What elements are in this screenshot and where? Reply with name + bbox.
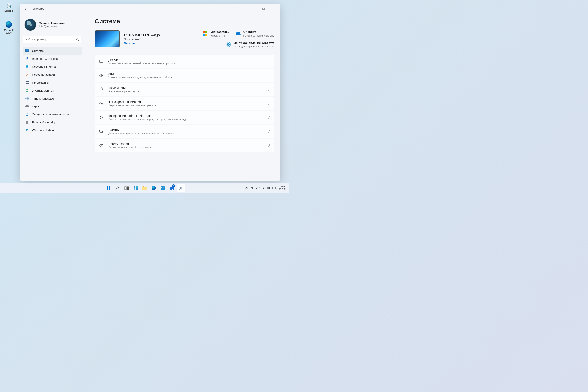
taskbar-app-mail[interactable] [158, 184, 167, 192]
clock-time: 21:57 [278, 185, 286, 188]
settings-card-focus-assist[interactable]: Фокусировка вниманияУведомления, автомат… [95, 97, 274, 110]
maximize-button[interactable] [259, 5, 268, 12]
system-tray[interactable]: ENG [246, 186, 276, 190]
taskbar-search-button[interactable] [114, 184, 122, 192]
system-icon [25, 49, 29, 53]
svg-rect-22 [136, 186, 138, 188]
card-sub: Дисковое пространство, диски, правила ко… [108, 132, 264, 135]
card-title: Уведомления [108, 86, 264, 90]
card-title: Фокусировка внимания [108, 100, 264, 104]
taskbar-app-explorer[interactable] [140, 184, 149, 192]
scrollbar[interactable] [279, 15, 280, 126]
taskbar-app-edge[interactable] [150, 184, 158, 192]
card-sub: Discoverability, received files location [108, 146, 264, 149]
sidebar-item-time-language[interactable]: Time & language [22, 94, 82, 102]
display-icon [99, 59, 104, 64]
chevron-right-icon [268, 116, 270, 119]
sidebar-item-accessibility[interactable]: Специальные возможности [22, 110, 82, 118]
titlebar[interactable]: Параметры [20, 4, 280, 14]
window-controls [249, 5, 278, 12]
taskbar-right: ENG 21:57 28.6.21 [246, 185, 289, 191]
settings-card-sound[interactable]: ЗвукУровни громкости, вывод, ввод, звуко… [95, 69, 274, 82]
sidebar-item-network[interactable]: Network & internet [22, 63, 82, 70]
sidebar-item-personalization[interactable]: Персонализация [22, 71, 82, 78]
back-button[interactable] [22, 6, 28, 12]
widgets-button[interactable] [132, 184, 140, 192]
device-info-block[interactable]: DESKTOP-ERBC4QV Surface Pro 6 Rename [95, 30, 160, 48]
status-title: Microsoft 365 [210, 30, 229, 34]
sidebar-item-label: Система [32, 49, 44, 52]
search-icon [76, 38, 79, 41]
svg-rect-4 [26, 52, 28, 52]
edge-icon [5, 21, 13, 28]
svg-point-12 [27, 113, 28, 114]
rename-link[interactable]: Rename [124, 42, 160, 45]
time-language-icon [25, 96, 29, 100]
tray-wifi-icon[interactable] [262, 187, 265, 189]
sidebar-item-windows-update[interactable]: Windows Update [22, 126, 82, 134]
sidebar-item-label: Windows Update [32, 129, 54, 132]
minimize-button[interactable] [249, 5, 259, 12]
search-input[interactable] [25, 38, 76, 41]
settings-card-power-battery[interactable]: Завершение работы и батареяСпящий режим,… [95, 111, 274, 124]
task-view-button[interactable] [122, 184, 131, 192]
svg-rect-6 [26, 81, 27, 82]
sidebar-item-label: Персонализация [32, 73, 55, 76]
desktop-icon-label: Microsoft Edge [1, 29, 16, 34]
sidebar-item-apps[interactable]: Приложения [22, 79, 82, 86]
page-title: Система [95, 18, 274, 25]
recycle-bin-icon [5, 1, 13, 9]
tray-volume-icon[interactable] [267, 186, 270, 190]
desktop-icon-edge[interactable]: Microsoft Edge [1, 21, 16, 34]
svg-point-34 [263, 189, 264, 189]
svg-rect-14 [99, 60, 103, 62]
svg-rect-37 [273, 188, 275, 188]
focus-assist-icon [99, 101, 104, 106]
sidebar-item-label: Приложения [32, 81, 49, 84]
svg-point-5 [27, 68, 27, 68]
card-sub: Уровни громкости, вывод, ввод, звуковые … [108, 76, 264, 79]
sidebar-item-privacy[interactable]: Privacy & security [22, 118, 82, 126]
status-card-update[interactable]: Центр обновления Windows Последняя прове… [226, 41, 274, 48]
tray-battery-icon[interactable] [272, 187, 276, 189]
svg-rect-27 [160, 186, 165, 190]
settings-card-notifications[interactable]: УведомленияAlerts from apps and system [95, 83, 274, 96]
sidebar-item-label: Network & internet [32, 65, 56, 68]
status-title: OneDrive [244, 30, 274, 34]
search-box[interactable] [23, 36, 82, 43]
tray-chevron-icon[interactable] [246, 187, 248, 189]
settings-card-storage[interactable]: ПамятьДисковое пространство, диски, прав… [95, 125, 274, 138]
svg-rect-23 [134, 188, 136, 190]
clock[interactable]: 21:57 28.6.21 [278, 185, 286, 191]
status-card-ms365[interactable]: Microsoft 365 Управление [202, 30, 229, 38]
settings-card-nearby-sharing[interactable]: Nearby sharingDiscoverability, received … [95, 139, 274, 152]
accounts-icon [25, 88, 29, 92]
taskbar-app-settings[interactable] [177, 184, 185, 192]
device-name: DESKTOP-ERBC4QV [124, 33, 160, 37]
sidebar-item-accounts[interactable]: Учетные записи [22, 86, 82, 94]
device-thumbnail [95, 30, 120, 48]
settings-card-display[interactable]: ДисплейМониторы, яркость, ночной свет, о… [95, 55, 274, 68]
tray-onedrive-icon[interactable] [256, 187, 260, 189]
taskbar: 1 ENG 21:57 28.6.21 [0, 183, 289, 193]
sidebar-item-bluetooth[interactable]: Bluetooth & devices [22, 55, 82, 62]
status-card-onedrive[interactable]: OneDrive Резервная копия сделана [235, 30, 274, 38]
sidebar-item-label: Игры [32, 105, 39, 108]
desktop-icon-recycle-bin[interactable]: Корзина [1, 1, 16, 12]
svg-rect-36 [276, 188, 276, 188]
card-title: Звук [108, 72, 264, 76]
sidebar-item-gaming[interactable]: Игры [22, 102, 82, 110]
network-icon [25, 65, 29, 68]
taskbar-app-store[interactable]: 1 [168, 184, 176, 192]
svg-rect-9 [27, 83, 28, 84]
start-button[interactable] [104, 184, 112, 192]
window-title: Параметры [31, 7, 44, 10]
bluetooth-icon [25, 57, 29, 60]
svg-rect-25 [142, 188, 147, 190]
content-area: Система DESKTOP-ERBC4QV Surface Pro 6 Re… [84, 14, 280, 180]
close-button[interactable] [268, 5, 278, 12]
language-indicator[interactable]: ENG [249, 187, 254, 189]
chevron-right-icon [268, 88, 270, 91]
sidebar-item-system[interactable]: Система [22, 47, 82, 54]
account-block[interactable]: Ткачев Анатолий info@comss.ru [21, 15, 84, 34]
